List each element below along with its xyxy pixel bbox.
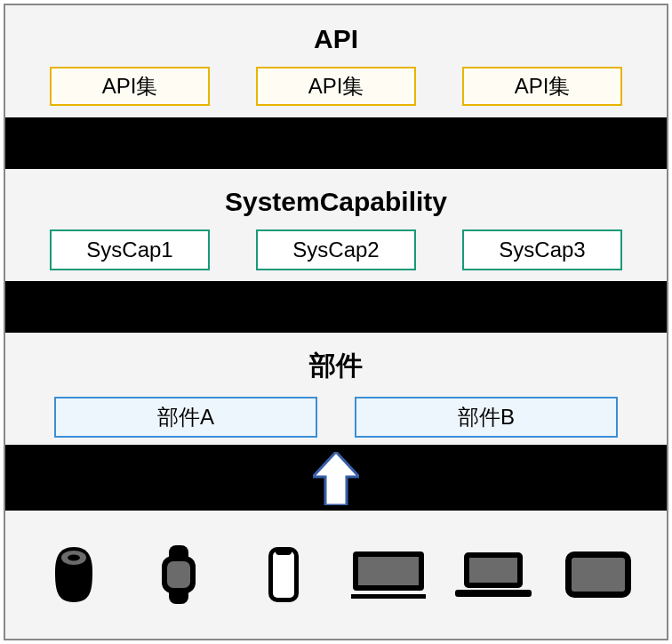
syscap-layer-title: SystemCapability: [225, 187, 447, 217]
svg-rect-12: [469, 558, 517, 583]
svg-point-2: [68, 555, 80, 561]
part-box: 部件A: [54, 397, 317, 438]
svg-rect-10: [351, 594, 426, 599]
svg-rect-15: [572, 558, 625, 592]
devices-row: [5, 511, 667, 639]
syscap-items-row: SysCap1 SysCap2 SysCap3: [50, 229, 622, 270]
syscap-box: SysCap3: [462, 229, 622, 270]
api-box: API集: [462, 67, 622, 106]
api-layer: API API集 API集 API集: [5, 5, 667, 117]
arrow-spacer: [5, 445, 667, 511]
devices-layer: [5, 511, 667, 639]
spacer: [5, 281, 667, 333]
device-speaker-icon: [34, 542, 114, 608]
api-layer-title: API: [314, 24, 358, 54]
part-layer-title: 部件: [309, 348, 363, 384]
api-items-row: API集 API集 API集: [50, 67, 622, 106]
arrow-up-icon: [313, 452, 359, 505]
diagram-frame: API API集 API集 API集 SystemCapability SysC…: [4, 4, 668, 640]
api-box: API集: [50, 67, 210, 106]
spacer: [5, 117, 667, 169]
svg-rect-7: [273, 551, 294, 598]
api-box: API集: [256, 67, 416, 106]
syscap-box: SysCap1: [50, 229, 210, 270]
syscap-box: SysCap2: [256, 229, 416, 270]
part-items-row: 部件A 部件B: [54, 397, 618, 438]
part-box: 部件B: [355, 397, 618, 438]
device-laptop-icon: [453, 542, 533, 608]
part-layer: 部件 部件A 部件B: [5, 333, 667, 445]
syscap-layer: SystemCapability SysCap1 SysCap2 SysCap3: [5, 169, 667, 281]
device-phone-icon: [244, 542, 324, 608]
device-tablet-icon: [558, 542, 638, 608]
svg-rect-13: [455, 590, 532, 597]
svg-rect-9: [358, 557, 419, 585]
svg-rect-5: [167, 561, 190, 588]
device-tv-icon: [348, 542, 428, 608]
svg-marker-0: [313, 452, 359, 505]
device-watch-icon: [139, 542, 219, 608]
